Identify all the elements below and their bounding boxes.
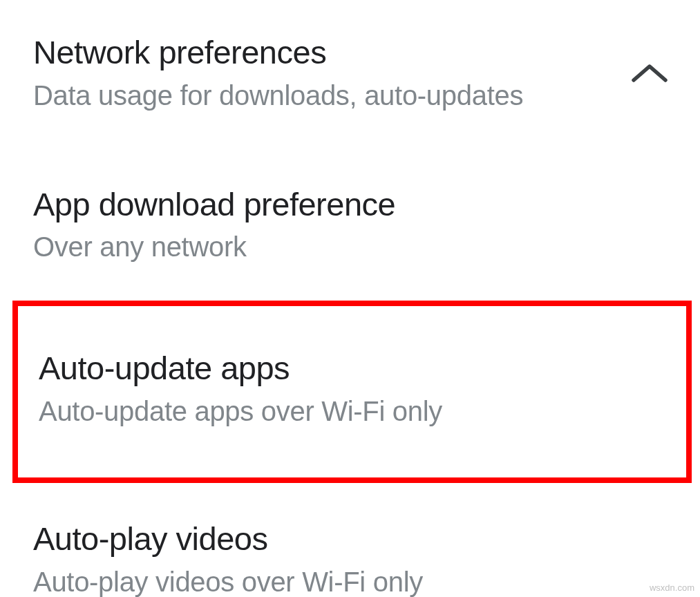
item-subtitle: Over any network xyxy=(33,230,667,263)
app-download-preference-item[interactable]: App download preference Over any network xyxy=(0,187,700,264)
item-title: Auto-update apps xyxy=(39,350,665,386)
auto-play-videos-item[interactable]: Auto-play videos Auto-play videos over W… xyxy=(0,521,700,597)
section-subtitle: Data usage for downloads, auto-updates xyxy=(33,79,630,112)
item-title: Auto-play videos xyxy=(33,521,667,557)
section-title: Network preferences xyxy=(33,35,630,70)
network-preferences-header[interactable]: Network preferences Data usage for downl… xyxy=(0,0,700,112)
auto-update-apps-item[interactable]: Auto-update apps Auto-update apps over W… xyxy=(12,301,692,483)
item-title: App download preference xyxy=(33,187,667,222)
header-text-block: Network preferences Data usage for downl… xyxy=(33,35,630,112)
item-subtitle: Auto-update apps over Wi-Fi only xyxy=(39,395,665,428)
item-subtitle: Auto-play videos over Wi-Fi only xyxy=(33,565,667,597)
chevron-up-icon[interactable] xyxy=(630,61,670,90)
watermark-text: wsxdn.com xyxy=(650,582,694,593)
